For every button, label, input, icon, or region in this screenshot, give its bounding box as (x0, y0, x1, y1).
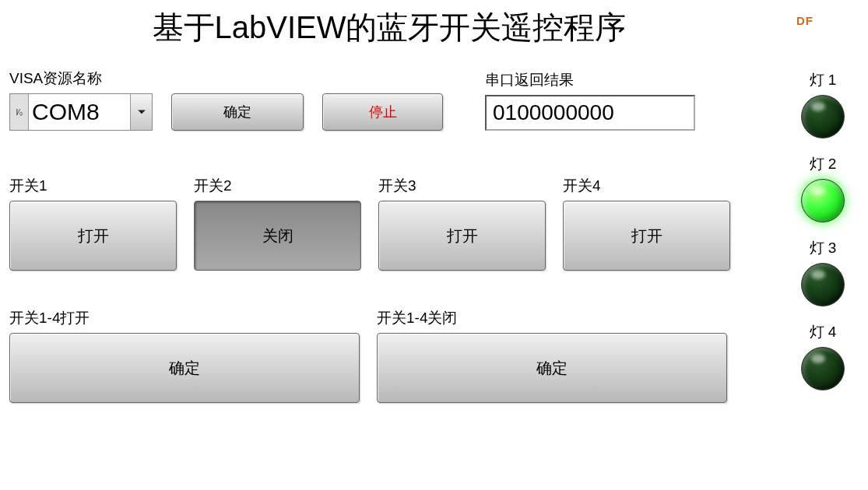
switch1-label: 开关1 (9, 176, 177, 196)
switch4-label: 开关4 (563, 176, 730, 196)
switch2-label: 开关2 (194, 176, 361, 196)
led4-indicator (801, 347, 845, 390)
page-title: 基于LabVIEW的蓝牙开关遥控程序 (0, 0, 778, 58)
serial-result-box: 0100000000 (485, 95, 695, 131)
visa-resource-control[interactable]: I⁄₀ COM8 (9, 93, 153, 131)
all-open-button[interactable]: 确定 (9, 333, 360, 403)
confirm-button[interactable]: 确定 (171, 93, 304, 131)
all-close-label: 开关1-4关闭 (377, 308, 727, 328)
stop-button[interactable]: 停止 (322, 93, 443, 131)
switch3-button[interactable]: 打开 (378, 201, 546, 271)
all-open-label: 开关1-4打开 (9, 308, 360, 328)
df-watermark: DF (796, 14, 814, 27)
visa-io-icon: I⁄₀ (10, 94, 29, 130)
led3-label: 灯 3 (810, 238, 837, 258)
switch4-button[interactable]: 打开 (563, 201, 730, 271)
led4-label: 灯 4 (810, 322, 837, 342)
led-indicator-column: 灯 1 灯 2 灯 3 灯 4 (801, 70, 845, 390)
visa-label: VISA资源名称 (9, 68, 153, 89)
led3-indicator (801, 263, 845, 306)
switch2-button[interactable]: 关闭 (194, 201, 361, 271)
switch3-label: 开关3 (378, 176, 546, 196)
visa-resource-value[interactable]: COM8 (29, 94, 130, 130)
switch1-button[interactable]: 打开 (9, 201, 177, 271)
serial-result-label: 串口返回结果 (485, 70, 695, 90)
visa-dropdown-button[interactable] (130, 94, 152, 130)
all-close-button[interactable]: 确定 (377, 333, 727, 403)
chevron-down-icon (137, 107, 146, 117)
led2-label: 灯 2 (810, 154, 837, 174)
led1-label: 灯 1 (810, 70, 837, 90)
led2-indicator (801, 179, 845, 222)
led1-indicator (801, 95, 845, 138)
